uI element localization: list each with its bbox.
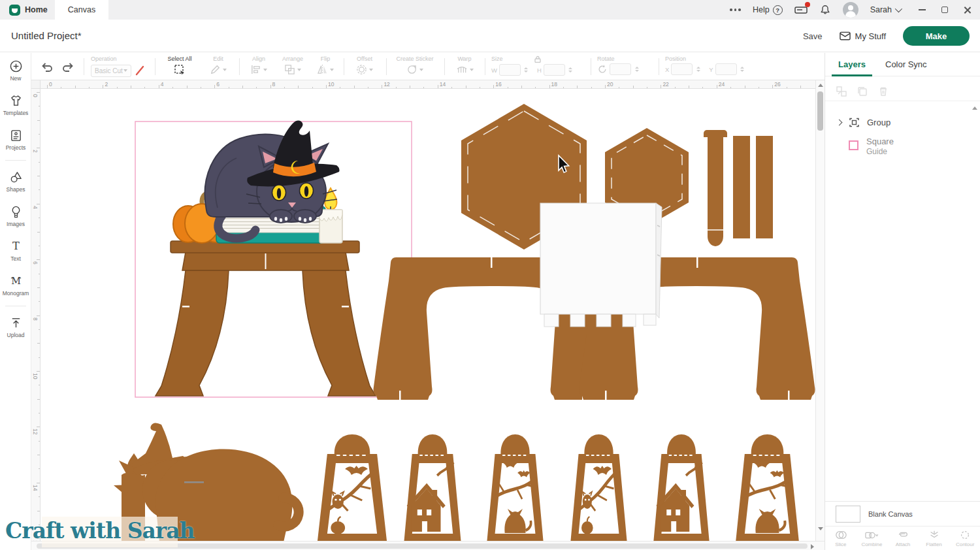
rotate-icon[interactable] — [597, 64, 608, 74]
warp-menu[interactable]: Warp — [450, 56, 479, 83]
tshirt-icon — [9, 94, 23, 108]
tab-home[interactable]: Home — [0, 0, 55, 20]
cat-illustration[interactable] — [155, 121, 376, 396]
panel-scroll-up-icon[interactable] — [972, 106, 977, 110]
height-input[interactable] — [544, 64, 565, 76]
edit-menu[interactable]: Edit — [205, 56, 231, 83]
pen-color-swatch[interactable] — [133, 64, 146, 77]
avatar[interactable] — [843, 2, 858, 18]
lock-icon[interactable] — [534, 56, 541, 63]
window-minimize-button[interactable] — [919, 9, 926, 10]
select-all-label: Select All — [161, 56, 199, 62]
action-label: Attach — [896, 542, 911, 547]
offset-menu[interactable]: Offset — [350, 56, 380, 83]
strip-piece-2[interactable] — [756, 136, 773, 238]
blank-canvas-row[interactable]: Blank Canvas — [825, 501, 980, 526]
more-menu-icon[interactable] — [730, 8, 741, 11]
canvas-vertical-scrollbar[interactable] — [815, 80, 825, 541]
expand-chevron-icon[interactable] — [836, 119, 843, 125]
slice-button[interactable]: Slice — [825, 526, 857, 550]
y-stepper[interactable] — [739, 63, 746, 75]
action-label: Contour — [956, 542, 974, 547]
help-button[interactable]: Help ? — [753, 5, 783, 15]
combine-button[interactable]: Combine — [857, 526, 888, 550]
width-input[interactable] — [499, 64, 521, 76]
table — [155, 241, 376, 396]
sidebar-item-text[interactable]: T Text — [0, 233, 31, 268]
scroll-right-icon[interactable] — [811, 544, 814, 549]
lantern-panel-5[interactable] — [653, 434, 710, 541]
sidebar-item-new[interactable]: New — [0, 53, 31, 88]
select-all-button[interactable]: Select All — [161, 56, 199, 83]
attach-icon — [897, 530, 909, 540]
tab-canvas[interactable]: Canvas — [55, 0, 108, 20]
envelope-icon — [840, 31, 851, 40]
vertical-scroll-thumb[interactable] — [817, 91, 823, 131]
sidebar-item-monogram[interactable]: M Monogram — [0, 268, 31, 302]
flip-menu[interactable]: Flip — [314, 56, 337, 83]
strip-piece-1[interactable] — [733, 136, 750, 238]
y-position-input[interactable] — [715, 63, 737, 75]
user-menu[interactable]: Sarah — [870, 5, 900, 14]
v-ruler: 0246810121416 — [31, 89, 41, 541]
tube-piece[interactable] — [704, 130, 727, 246]
blank-canvas-label: Blank Canvas — [868, 510, 913, 518]
flatten-button[interactable]: Flatten — [919, 526, 950, 550]
design-canvas[interactable] — [41, 89, 815, 541]
sidebar-label: Upload — [7, 332, 25, 338]
tab-color-sync[interactable]: Color Sync — [885, 59, 927, 69]
svg-text:M: M — [11, 276, 21, 286]
my-stuff-button[interactable]: My Stuff — [840, 31, 886, 41]
header: Untitled Project* Save My Stuff Make — [0, 20, 980, 52]
delete-icon[interactable] — [877, 86, 889, 97]
sidebar-item-projects[interactable]: Projects — [0, 122, 31, 157]
height-stepper[interactable] — [567, 64, 574, 76]
make-button[interactable]: Make — [903, 26, 970, 46]
sidebar-item-images[interactable]: Images — [0, 199, 31, 233]
align-menu[interactable]: Align — [245, 56, 272, 83]
sidebar-item-templates[interactable]: Templates — [0, 88, 31, 122]
machine-status-icon[interactable] — [794, 5, 808, 15]
monogram-icon: M — [9, 274, 23, 288]
sidebar-item-upload[interactable]: Upload — [0, 310, 31, 344]
window-maximize-button[interactable] — [941, 7, 948, 13]
create-sticker-menu[interactable]: Create Sticker — [392, 56, 438, 83]
x-position-input[interactable] — [671, 63, 693, 75]
lantern-panel-2[interactable] — [404, 434, 461, 541]
create-sticker-label: Create Sticker — [392, 56, 438, 62]
scroll-down-icon[interactable] — [818, 527, 823, 530]
lantern-panel-6[interactable] — [736, 434, 799, 541]
ruler-corner — [31, 80, 41, 89]
attach-button[interactable]: Attach — [887, 526, 919, 550]
svg-text:T: T — [12, 240, 20, 252]
layer-row-group[interactable]: Group — [825, 110, 980, 134]
rotate-input[interactable] — [610, 63, 631, 75]
sidebar-divider — [5, 306, 26, 306]
lantern-panel-1[interactable] — [318, 434, 387, 541]
blank-canvas-thumbnail — [836, 506, 860, 523]
arrange-menu[interactable]: Arrange — [276, 56, 309, 83]
bell-icon[interactable] — [819, 4, 831, 16]
scroll-up-icon[interactable] — [818, 84, 823, 87]
white-box-piece[interactable] — [540, 203, 662, 327]
x-stepper[interactable] — [694, 63, 702, 75]
rotate-stepper[interactable] — [633, 63, 640, 75]
sidebar-item-shapes[interactable]: Shapes — [0, 164, 31, 199]
tab-layers[interactable]: Layers — [838, 59, 866, 69]
project-board-icon — [9, 129, 23, 142]
rotate-label: Rotate — [597, 56, 640, 62]
plus-circle-icon — [9, 59, 23, 73]
contour-button[interactable]: Contour — [949, 526, 980, 550]
window-close-button[interactable] — [964, 7, 971, 14]
operation-select[interactable]: Basic Cut — [91, 65, 131, 77]
ungroup-icon[interactable] — [836, 86, 847, 97]
layer-row-square-guide[interactable]: Square Guide — [825, 137, 980, 165]
duplicate-icon[interactable] — [857, 86, 868, 97]
align-label: Align — [245, 56, 272, 62]
width-stepper[interactable] — [523, 64, 530, 76]
cricut-logo-icon — [9, 5, 20, 16]
lantern-panel-3[interactable] — [487, 434, 544, 541]
lantern-panel-4[interactable] — [570, 434, 627, 541]
save-button[interactable]: Save — [803, 31, 823, 41]
active-tab-underline — [832, 74, 872, 76]
